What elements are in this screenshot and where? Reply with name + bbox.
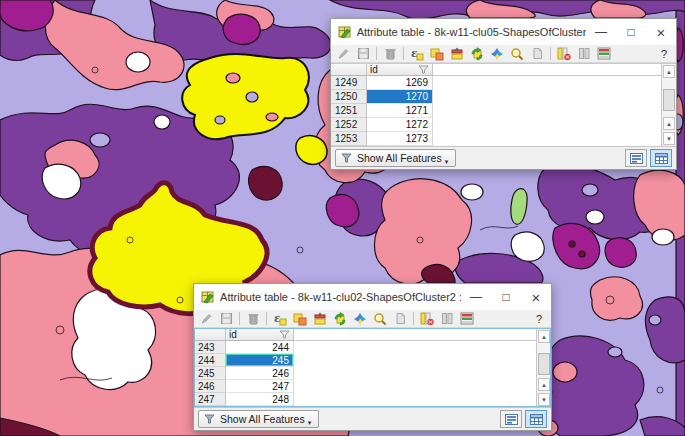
id-cell[interactable]: 246 xyxy=(226,367,294,380)
help-button[interactable]: ? xyxy=(536,313,546,325)
id-cell[interactable]: 247 xyxy=(226,380,294,393)
id-cell[interactable]: 1272 xyxy=(367,118,433,132)
scroll-up-button[interactable]: ▲ xyxy=(538,330,550,343)
row-number-header[interactable] xyxy=(194,329,226,341)
pan-to-selection-icon[interactable] xyxy=(353,312,367,326)
row-number[interactable]: 1253 xyxy=(331,132,367,146)
save-edits-icon[interactable] xyxy=(356,47,370,61)
id-cell[interactable]: 244 xyxy=(226,341,294,354)
show-all-features-button[interactable]: Show All Features ▾ xyxy=(198,410,319,428)
scroll-up-button[interactable]: ▲ xyxy=(663,65,675,78)
close-button[interactable]: × xyxy=(646,19,676,45)
maximize-button[interactable]: □ xyxy=(491,284,521,310)
conditional-formatting-icon[interactable] xyxy=(460,312,474,326)
scroll-up-button[interactable]: ▲ xyxy=(538,378,550,391)
row-number[interactable]: 243 xyxy=(194,341,226,354)
row-number[interactable]: 1251 xyxy=(331,104,367,118)
id-column-header[interactable]: id xyxy=(367,64,433,76)
scrollbar-thumb[interactable] xyxy=(663,89,675,111)
win1-row-0[interactable]: 1249 1269 xyxy=(331,76,661,90)
delete-column-icon[interactable] xyxy=(557,47,571,61)
toggle-editing-icon[interactable] xyxy=(336,47,350,61)
id-cell[interactable]: 1270 xyxy=(367,90,433,104)
attribute-table: id 243 244 244 245 245 246 xyxy=(194,328,551,407)
copy-column-icon[interactable] xyxy=(440,312,454,326)
toggle-editing-icon[interactable] xyxy=(199,312,213,326)
filter-funnel-icon xyxy=(341,153,352,163)
select-by-expression-icon[interactable]: ε xyxy=(273,312,287,326)
win1-row-2[interactable]: 1251 1271 xyxy=(331,104,661,118)
scroll-down-button[interactable]: ▼ xyxy=(538,393,550,406)
titlebar[interactable]: Attribute table - 8k-w11-clu02-ShapesOfC… xyxy=(194,284,551,310)
row-number-header[interactable] xyxy=(331,64,367,76)
vertical-scrollbar[interactable]: ▲ ▲ ▼ xyxy=(661,64,676,146)
win1-row-4[interactable]: 1253 1273 xyxy=(331,132,661,146)
qgis-desktop: Attribute table - 8k-w11-clu05-ShapesOfC… xyxy=(0,0,685,436)
move-selection-to-top-icon[interactable] xyxy=(450,47,464,61)
row-number[interactable]: 1252 xyxy=(331,118,367,132)
highlight-feature-icon[interactable] xyxy=(393,312,407,326)
row-number[interactable]: 1249 xyxy=(331,76,367,90)
table-view-button[interactable] xyxy=(525,410,547,428)
row-number[interactable]: 244 xyxy=(194,354,226,367)
conditional-formatting-icon[interactable] xyxy=(597,47,611,61)
win2-row-4[interactable]: 247 248 xyxy=(194,393,536,406)
row-number[interactable]: 245 xyxy=(194,367,226,380)
table-footer: Show All Features ▾ xyxy=(194,407,551,430)
table-view-button[interactable] xyxy=(650,149,672,167)
id-column-header[interactable]: id xyxy=(226,329,294,341)
maximize-button[interactable]: □ xyxy=(616,19,646,45)
highlight-feature-icon[interactable] xyxy=(530,47,544,61)
select-all-icon[interactable] xyxy=(430,47,444,61)
save-edits-icon[interactable] xyxy=(219,312,233,326)
delete-selected-icon[interactable] xyxy=(246,312,260,326)
win2-row-2[interactable]: 245 246 xyxy=(194,367,536,380)
win1-row-1[interactable]: 1250 1270 xyxy=(331,90,661,104)
delete-selected-icon[interactable] xyxy=(383,47,397,61)
invert-selection-icon[interactable] xyxy=(470,47,484,61)
copy-column-icon[interactable] xyxy=(577,47,591,61)
row-number[interactable]: 246 xyxy=(194,380,226,393)
win2-row-0[interactable]: 243 244 xyxy=(194,341,536,354)
attribute-table-window-cluster5[interactable]: Attribute table - 8k-w11-clu05-ShapesOfC… xyxy=(330,18,677,170)
scrollbar-thumb[interactable] xyxy=(538,353,550,375)
form-view-button[interactable] xyxy=(500,410,522,428)
scroll-down-button[interactable]: ▼ xyxy=(663,132,675,145)
filter-funnel-icon[interactable] xyxy=(418,65,429,74)
dropdown-caret-icon: ▾ xyxy=(445,158,449,166)
titlebar[interactable]: Attribute table - 8k-w11-clu05-ShapesOfC… xyxy=(331,19,676,45)
row-number[interactable]: 247 xyxy=(194,393,226,406)
minimize-button[interactable]: — xyxy=(586,19,616,45)
win1-row-3[interactable]: 1252 1272 xyxy=(331,118,661,132)
row-number[interactable]: 1250 xyxy=(331,90,367,104)
minimize-button[interactable]: — xyxy=(461,284,491,310)
filter-funnel-icon xyxy=(204,414,215,424)
id-cell[interactable]: 1271 xyxy=(367,104,433,118)
win2-row-1[interactable]: 244 245 xyxy=(194,354,536,367)
id-cell[interactable]: 1269 xyxy=(367,76,433,90)
attribute-toolbar: ε ? xyxy=(331,45,676,63)
id-cell[interactable]: 245 xyxy=(226,354,294,367)
close-button[interactable]: × xyxy=(521,284,551,310)
attribute-table: id 1249 1269 1250 1270 1251 1 xyxy=(331,63,676,146)
delete-column-icon[interactable] xyxy=(420,312,434,326)
id-cell[interactable]: 1273 xyxy=(367,132,433,146)
form-view-button[interactable] xyxy=(625,149,647,167)
zoom-to-selection-icon[interactable] xyxy=(510,47,524,61)
filter-funnel-icon[interactable] xyxy=(279,330,290,339)
window-title: Attribute table - 8k-w11-clu02-ShapesOfC… xyxy=(220,291,461,303)
win2-row-3[interactable]: 246 247 xyxy=(194,380,536,393)
zoom-to-selection-icon[interactable] xyxy=(373,312,387,326)
select-all-icon[interactable] xyxy=(293,312,307,326)
scroll-up-button[interactable]: ▲ xyxy=(663,117,675,130)
id-cell[interactable]: 248 xyxy=(226,393,294,406)
invert-selection-icon[interactable] xyxy=(333,312,347,326)
map-green-polygon[interactable] xyxy=(511,189,527,224)
move-selection-to-top-icon[interactable] xyxy=(313,312,327,326)
pan-to-selection-icon[interactable] xyxy=(490,47,504,61)
vertical-scrollbar[interactable]: ▲ ▲ ▼ xyxy=(536,329,551,407)
help-button[interactable]: ? xyxy=(661,48,671,60)
attribute-table-window-cluster2[interactable]: Attribute table - 8k-w11-clu02-ShapesOfC… xyxy=(193,283,552,431)
select-by-expression-icon[interactable]: ε xyxy=(410,47,424,61)
show-all-features-button[interactable]: Show All Features ▾ xyxy=(335,149,456,167)
